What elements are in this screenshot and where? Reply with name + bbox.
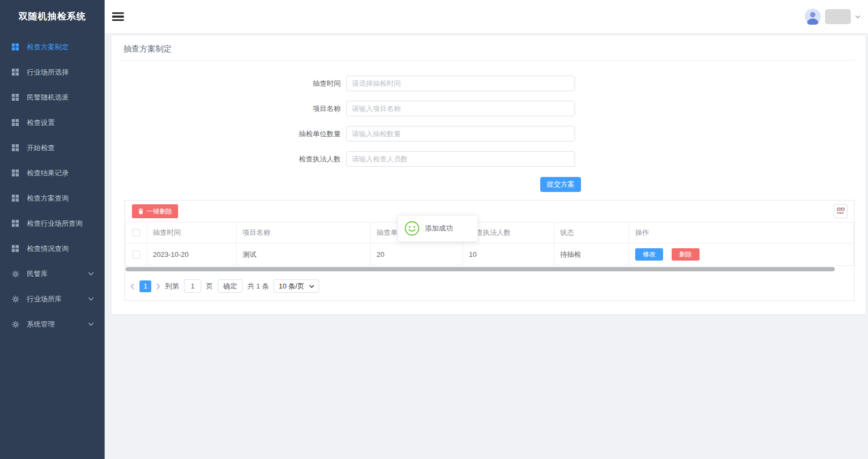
app-title: 双随机抽检系统	[0, 0, 105, 33]
grid-icon	[12, 169, 20, 176]
sidebar-item-venue-database[interactable]: 行业场所库	[0, 286, 105, 312]
page-card: 抽查方案制定 抽查时间 项目名称 抽检单位数量 检查执法人数 提交方案	[112, 35, 865, 314]
sidebar-item-system-management[interactable]: 系统管理	[0, 312, 105, 337]
sidebar-item-label: 开始检查	[27, 143, 55, 153]
toast-success: 添加成功	[398, 215, 478, 242]
table-header-row: 抽查时间 项目名称 抽查单位数量 检查执法人数 状态 操作	[126, 223, 854, 243]
grid-icon	[12, 220, 20, 227]
delete-button[interactable]: 删除	[672, 248, 700, 261]
header-project-name: 项目名称	[237, 223, 371, 243]
cell-actions: 修改 删除	[629, 243, 854, 266]
sidebar-item-label: 民警随机选派	[27, 93, 69, 102]
sidebar-item-label: 检查行业场所查询	[27, 219, 83, 228]
sidebar-item-label: 系统管理	[27, 320, 55, 329]
username-redacted	[825, 9, 851, 24]
smiley-success-icon	[404, 220, 420, 236]
goto-confirm-button[interactable]: 确定	[218, 279, 242, 293]
grid-icon	[12, 69, 20, 76]
avatar	[805, 9, 821, 25]
sidebar-item-inspection-venue-query[interactable]: 检查行业场所查询	[0, 211, 105, 236]
pagination: 1 到第 页 确定 共 1 条 10 条/页	[125, 273, 854, 300]
page-title: 抽查方案制定	[119, 43, 855, 61]
gear-icon	[12, 270, 20, 278]
sidebar: 双随机抽检系统 检查方案制定 行业场所选择 民警随机选派 检查设置 开始检查 检…	[0, 0, 105, 459]
toast-message: 添加成功	[425, 224, 453, 233]
goto-suffix-label: 页	[206, 282, 213, 291]
sidebar-item-inspection-status-query[interactable]: 检查情况查询	[0, 236, 105, 261]
table-row: 2023-10-20 测试 20 10 待抽检 修改 删除	[126, 243, 854, 266]
cell-status: 待抽检	[554, 243, 629, 266]
field-label-sample-unit-count: 抽检单位数量	[279, 129, 346, 139]
hamburger-menu-icon[interactable]	[112, 10, 125, 23]
grid-icon	[12, 195, 20, 202]
header-actions: 操作	[629, 223, 854, 243]
submit-row: 提交方案	[540, 177, 855, 192]
select-all-checkbox[interactable]	[133, 229, 140, 236]
sidebar-item-label: 检查方案查询	[27, 194, 69, 203]
field-label-project-name: 项目名称	[279, 104, 346, 114]
page-size-value: 10 条/页	[278, 282, 304, 291]
chevron-down-icon	[309, 285, 314, 288]
sidebar-item-industry-venue-selection[interactable]: 行业场所选择	[0, 60, 105, 85]
column-settings-button[interactable]	[834, 204, 848, 218]
grid-icon	[12, 119, 20, 126]
goto-page-input[interactable]	[184, 279, 201, 293]
sidebar-item-label: 检查设置	[27, 118, 55, 128]
sidebar-item-inspection-result-records[interactable]: 检查结果记录	[0, 160, 105, 186]
user-menu[interactable]	[805, 9, 860, 25]
sidebar-item-police-database[interactable]: 民警库	[0, 261, 105, 286]
chevron-down-icon	[88, 322, 94, 326]
prev-page-button[interactable]	[130, 283, 135, 290]
sidebar-item-label: 检查方案制定	[27, 42, 69, 52]
field-label-sampling-time: 抽查时间	[279, 79, 346, 88]
project-name-input[interactable]	[346, 101, 575, 116]
row-checkbox[interactable]	[133, 251, 140, 258]
table-toolbar: 一键删除	[125, 201, 854, 222]
header-status: 状态	[554, 223, 629, 243]
sidebar-item-label: 检查情况查询	[27, 244, 69, 254]
page-number-button[interactable]: 1	[139, 280, 151, 292]
sidebar-item-police-random-assignment[interactable]: 民警随机选派	[0, 85, 105, 110]
page-size-select[interactable]: 10 条/页	[274, 279, 319, 293]
sidebar-item-inspection-settings[interactable]: 检查设置	[0, 110, 105, 135]
sidebar-item-inspection-plan-query[interactable]: 检查方案查询	[0, 186, 105, 211]
goto-prefix-label: 到第	[165, 282, 179, 291]
plans-table: 抽查时间 项目名称 抽查单位数量 检查执法人数 状态 操作 2023-10-20…	[125, 222, 854, 266]
cell-officer-count: 10	[463, 243, 554, 266]
horizontal-scrollbar	[126, 267, 854, 271]
table-grid-icon	[837, 208, 845, 215]
grid-icon	[12, 245, 20, 252]
sidebar-item-label: 检查结果记录	[27, 168, 69, 178]
table-block: 一键删除 抽查时间 项目名称 抽查单位数量 检查执法人数	[124, 200, 855, 301]
edit-button[interactable]: 修改	[635, 248, 663, 261]
header-sampling-time: 抽查时间	[147, 223, 237, 243]
gear-icon	[12, 321, 20, 328]
cell-sample-unit-count: 20	[371, 243, 463, 266]
sidebar-item-label: 行业场所库	[27, 294, 62, 304]
sampling-time-input[interactable]	[346, 76, 575, 91]
officer-count-input[interactable]	[346, 151, 575, 167]
total-count-label: 共 1 条	[247, 282, 269, 291]
chevron-down-icon	[88, 272, 94, 276]
grid-icon	[12, 94, 20, 101]
sidebar-item-start-inspection[interactable]: 开始检查	[0, 135, 105, 160]
chevron-down-icon	[855, 15, 860, 19]
submit-plan-button[interactable]: 提交方案	[540, 177, 581, 192]
gear-icon	[12, 295, 20, 303]
cell-sampling-time: 2023-10-20	[147, 243, 237, 266]
batch-delete-button[interactable]: 一键删除	[132, 204, 178, 218]
form-row: 抽检单位数量	[279, 126, 855, 142]
sidebar-item-label: 民警库	[27, 269, 48, 279]
next-page-button[interactable]	[156, 283, 160, 290]
grid-icon	[12, 144, 20, 151]
batch-delete-label: 一键删除	[146, 207, 172, 216]
grid-icon	[12, 43, 20, 50]
horizontal-scrollbar-thumb[interactable]	[126, 267, 835, 271]
form-row: 抽查时间	[279, 76, 855, 91]
sidebar-item-inspection-plan-creation[interactable]: 检查方案制定	[0, 34, 105, 60]
sample-unit-count-input[interactable]	[346, 126, 575, 142]
field-label-officer-count: 检查执法人数	[279, 154, 346, 164]
main-content: 抽查方案制定 抽查时间 项目名称 抽检单位数量 检查执法人数 提交方案	[105, 34, 868, 459]
form-row: 项目名称	[279, 101, 855, 116]
sidebar-item-label: 行业场所选择	[27, 68, 69, 77]
